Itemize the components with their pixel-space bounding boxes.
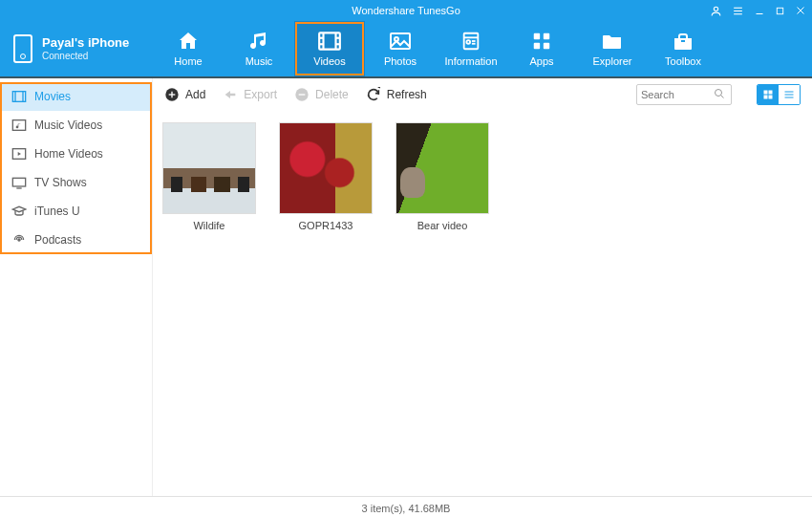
toolbox-icon bbox=[671, 31, 695, 52]
nav-label: Toolbox bbox=[665, 55, 701, 67]
tv-icon bbox=[11, 176, 27, 189]
sidebar-item-label: Home Videos bbox=[34, 147, 103, 161]
svg-rect-26 bbox=[681, 40, 685, 42]
svg-rect-25 bbox=[544, 43, 549, 49]
close-button[interactable] bbox=[795, 5, 806, 16]
refresh-label: Refresh bbox=[387, 88, 427, 101]
sidebar-item-itunes-u[interactable]: iTunes U bbox=[0, 197, 152, 226]
svg-rect-33 bbox=[12, 178, 25, 186]
svg-rect-8 bbox=[319, 32, 340, 49]
sidebar-item-label: Movies bbox=[34, 90, 71, 103]
content-area: Add Export Delete Refresh bbox=[153, 78, 812, 496]
music-icon bbox=[246, 31, 271, 52]
nav-videos[interactable]: Videos bbox=[294, 21, 365, 76]
home-icon bbox=[176, 31, 201, 52]
svg-marker-32 bbox=[18, 152, 21, 156]
video-grid: Wildife GOPR1433 Bear video bbox=[153, 111, 812, 496]
phone-icon bbox=[13, 34, 32, 63]
video-thumbnail bbox=[395, 122, 489, 214]
nav-information[interactable]: Information bbox=[436, 21, 506, 76]
header: Payal's iPhone Connected Home Music Vide… bbox=[0, 21, 812, 76]
device-status: Connected bbox=[42, 51, 129, 62]
nav-label: Music bbox=[246, 55, 273, 67]
add-button[interactable]: Add bbox=[164, 87, 205, 102]
svg-rect-27 bbox=[12, 92, 25, 102]
video-thumbnail bbox=[162, 122, 256, 214]
delete-icon bbox=[294, 87, 310, 102]
export-button[interactable]: Export bbox=[223, 87, 277, 102]
svg-point-0 bbox=[714, 7, 717, 11]
apps-icon bbox=[529, 31, 554, 52]
search-icon bbox=[714, 88, 725, 102]
nav-photos[interactable]: Photos bbox=[365, 21, 436, 76]
svg-point-35 bbox=[18, 239, 20, 241]
minimize-button[interactable] bbox=[754, 5, 765, 16]
sidebar-item-movies[interactable]: Movies bbox=[0, 82, 152, 111]
sidebar-item-label: iTunes U bbox=[34, 205, 80, 218]
user-icon[interactable] bbox=[710, 5, 722, 17]
svg-rect-45 bbox=[764, 96, 768, 99]
search-box[interactable] bbox=[636, 84, 732, 105]
podcast-icon bbox=[11, 233, 27, 247]
sidebar-item-label: TV Shows bbox=[34, 176, 87, 189]
view-list-button[interactable] bbox=[779, 85, 800, 104]
device-panel[interactable]: Payal's iPhone Connected bbox=[0, 34, 153, 63]
add-icon bbox=[164, 87, 180, 102]
video-item[interactable]: Bear video bbox=[395, 122, 489, 231]
explorer-icon bbox=[600, 31, 625, 52]
svg-point-41 bbox=[716, 89, 722, 96]
sidebar-item-label: Music Videos bbox=[34, 118, 102, 132]
main-nav: Home Music Videos Photos Information App… bbox=[153, 21, 812, 76]
video-title: Wildife bbox=[162, 220, 256, 231]
svg-rect-22 bbox=[534, 33, 540, 39]
view-toggle bbox=[757, 84, 801, 105]
video-title: GOPR1433 bbox=[279, 220, 373, 231]
nav-explorer[interactable]: Explorer bbox=[577, 21, 648, 76]
svg-rect-30 bbox=[12, 120, 25, 131]
search-input[interactable] bbox=[641, 89, 710, 100]
add-label: Add bbox=[185, 88, 205, 101]
menu-icon[interactable] bbox=[732, 5, 744, 17]
app-title: Wondershare TunesGo bbox=[352, 5, 460, 16]
video-title: Bear video bbox=[395, 220, 489, 231]
svg-rect-43 bbox=[764, 91, 768, 95]
movies-icon bbox=[11, 90, 27, 103]
status-text: 3 item(s), 41.68MB bbox=[362, 503, 451, 514]
nav-home[interactable]: Home bbox=[153, 21, 224, 76]
nav-apps[interactable]: Apps bbox=[506, 21, 577, 76]
refresh-icon bbox=[366, 87, 381, 102]
svg-rect-46 bbox=[769, 96, 773, 99]
svg-rect-24 bbox=[534, 43, 540, 49]
export-label: Export bbox=[244, 88, 277, 101]
home-video-icon bbox=[11, 147, 27, 161]
nav-label: Photos bbox=[384, 55, 417, 67]
svg-line-42 bbox=[721, 95, 724, 97]
export-icon bbox=[223, 87, 238, 102]
itunesu-icon bbox=[11, 205, 27, 218]
svg-point-19 bbox=[466, 40, 470, 44]
svg-rect-44 bbox=[769, 91, 773, 95]
nav-label: Information bbox=[444, 55, 497, 67]
titlebar: Wondershare TunesGo bbox=[0, 0, 812, 21]
nav-music[interactable]: Music bbox=[224, 21, 294, 76]
information-icon bbox=[459, 31, 483, 52]
sidebar-item-home-videos[interactable]: Home Videos bbox=[0, 140, 152, 168]
nav-label: Home bbox=[174, 55, 202, 67]
svg-rect-15 bbox=[391, 33, 410, 49]
maximize-button[interactable] bbox=[775, 6, 785, 16]
statusbar: 3 item(s), 41.68MB bbox=[0, 496, 812, 517]
sidebar-item-tv-shows[interactable]: TV Shows bbox=[0, 168, 152, 197]
delete-button[interactable]: Delete bbox=[294, 87, 349, 102]
photos-icon bbox=[388, 31, 413, 52]
video-item[interactable]: Wildife bbox=[162, 122, 256, 231]
delete-label: Delete bbox=[315, 88, 349, 101]
view-grid-button[interactable] bbox=[758, 85, 779, 104]
svg-rect-23 bbox=[544, 33, 549, 39]
sidebar-item-podcasts[interactable]: Podcasts bbox=[0, 226, 152, 254]
toolbar: Add Export Delete Refresh bbox=[153, 78, 812, 111]
sidebar-item-music-videos[interactable]: Music Videos bbox=[0, 111, 152, 140]
nav-toolbox[interactable]: Toolbox bbox=[648, 21, 718, 76]
refresh-button[interactable]: Refresh bbox=[366, 87, 427, 102]
video-item[interactable]: GOPR1433 bbox=[279, 122, 373, 231]
sidebar-item-label: Podcasts bbox=[34, 233, 81, 247]
